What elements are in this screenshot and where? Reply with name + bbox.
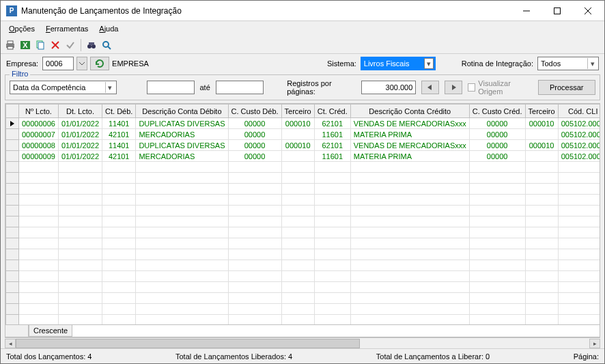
cell-n[interactable]: 00000008 (19, 140, 59, 151)
table-row[interactable]: 0000000701/01/202242101MERCADORIAS000001… (6, 129, 600, 140)
column-header[interactable]: Terceiro (525, 104, 558, 118)
cell-terc1[interactable]: 000010 (281, 140, 314, 151)
filtro-data-ate[interactable] (216, 81, 264, 94)
grid-scroll[interactable]: Nº Lcto.Dt. Lcto.Ct. Déb.Descrição Conta… (5, 104, 600, 324)
empresa-dropdown-button[interactable] (76, 57, 87, 70)
cell-ctdeb[interactable]: 11401 (102, 140, 136, 151)
cell-ctcred[interactable]: 11601 (314, 151, 350, 162)
scroll-thumb[interactable] (16, 339, 360, 348)
delete-button[interactable] (48, 38, 62, 52)
horizontal-scrollbar[interactable]: ◂ ▸ (5, 337, 600, 348)
empresa-refresh-button[interactable] (90, 57, 109, 70)
cell-terc1[interactable] (281, 151, 314, 162)
cell-ctdeb[interactable]: 42101 (102, 129, 136, 140)
search-button[interactable] (100, 38, 113, 52)
column-header[interactable]: Cód. CLI (558, 104, 600, 118)
cell-terc1[interactable]: 000010 (281, 118, 314, 129)
column-header[interactable]: Descrição Conta Débito (136, 104, 228, 118)
find-button[interactable] (85, 38, 98, 52)
row-indicator (6, 140, 19, 151)
cell-desccred[interactable]: MATERIA PRIMA (350, 151, 469, 162)
cell-cli[interactable]: 005102.0001 (558, 129, 600, 140)
column-header[interactable]: Descrição Conta Crédito (350, 104, 469, 118)
print-button[interactable] (3, 38, 17, 52)
close-button[interactable] (572, 1, 603, 20)
cell-desccred[interactable]: VENDAS DE MERCADORIASxxx (350, 140, 469, 151)
cell-cli[interactable]: 005102.0001 (558, 151, 600, 162)
column-header[interactable]: Ct. Créd. (314, 104, 350, 118)
column-header[interactable]: Ct. Déb. (102, 104, 136, 118)
cell-n[interactable]: 00000009 (19, 151, 59, 162)
confirm-button[interactable] (64, 38, 77, 52)
filtro-data-de[interactable] (147, 81, 195, 94)
cell-cccred[interactable]: 00000 (469, 151, 525, 162)
svg-line-17 (108, 46, 111, 49)
processar-button[interactable]: Processar (538, 80, 596, 95)
cell-terc2[interactable]: 000010 (525, 118, 558, 129)
cell-descdeb[interactable]: DUPLICATAS DIVERSAS (136, 118, 228, 129)
minimize-button[interactable] (511, 1, 541, 20)
table-row[interactable]: 0000000801/01/202211401DUPLICATAS DIVERS… (6, 140, 600, 151)
menu-opcoes[interactable]: Opções (3, 23, 40, 34)
scroll-right-button[interactable]: ▸ (589, 339, 600, 348)
cell-ccdeb[interactable]: 00000 (228, 140, 281, 151)
empresa-combo[interactable]: 0006 (42, 57, 74, 70)
column-header[interactable]: Dt. Lcto. (58, 104, 102, 118)
cell-dt[interactable]: 01/01/2022 (58, 118, 102, 129)
cell-terc1[interactable] (281, 129, 314, 140)
close-icon (585, 8, 591, 14)
column-header[interactable]: Nº Lcto. (19, 104, 59, 118)
cell-ctcred[interactable]: 62101 (314, 118, 350, 129)
cell-dt[interactable]: 01/01/2022 (58, 151, 102, 162)
sort-crescente-cell[interactable]: Crescente (29, 325, 72, 337)
cell-ccdeb[interactable]: 00000 (228, 151, 281, 162)
cell-ctcred[interactable]: 11601 (314, 129, 350, 140)
svg-point-16 (103, 42, 109, 47)
cell-cccred[interactable]: 00000 (469, 118, 525, 129)
cell-desccred[interactable]: MATERIA PRIMA (350, 129, 469, 140)
svg-rect-10 (38, 42, 44, 49)
cell-terc2[interactable] (525, 151, 558, 162)
scroll-left-button[interactable]: ◂ (5, 339, 16, 348)
minimize-icon (523, 8, 530, 14)
cell-dt[interactable]: 01/01/2022 (58, 129, 102, 140)
cell-ctdeb[interactable]: 11401 (102, 118, 136, 129)
sistema-combo[interactable]: Livros Fiscais ▾ (361, 57, 436, 70)
page-prev-button[interactable] (421, 81, 439, 94)
cell-cli[interactable]: 005102.0001 (558, 118, 600, 129)
export-excel-button[interactable]: X (18, 38, 32, 52)
copy-button[interactable] (33, 38, 47, 52)
cell-terc2[interactable] (525, 129, 558, 140)
cell-desccred[interactable]: VENDAS DE MERCADORIASxxx (350, 118, 469, 129)
cell-n[interactable]: 00000006 (19, 118, 59, 129)
cell-n[interactable]: 00000007 (19, 129, 59, 140)
cell-descdeb[interactable]: DUPLICATAS DIVERSAS (136, 140, 228, 151)
menu-ajuda[interactable]: Ajuda (94, 23, 124, 34)
cell-dt[interactable]: 01/01/2022 (58, 140, 102, 151)
cell-cli[interactable]: 005102.0001 (558, 140, 600, 151)
cell-cccred[interactable]: 00000 (469, 140, 525, 151)
table-row[interactable]: 0000000901/01/202242101MERCADORIAS000001… (6, 151, 600, 162)
page-next-button[interactable] (445, 81, 462, 94)
cell-ccdeb[interactable]: 00000 (228, 129, 281, 140)
cell-terc2[interactable]: 000010 (525, 140, 558, 151)
registros-input[interactable] (361, 81, 416, 94)
column-header[interactable]: C. Custo Déb. (228, 104, 281, 118)
table-row[interactable]: 0000000601/01/202211401DUPLICATAS DIVERS… (6, 118, 600, 129)
rotina-combo[interactable]: Todos ▾ (537, 57, 599, 70)
cell-ctcred[interactable]: 62101 (314, 140, 350, 151)
menu-ferramentas[interactable]: Ferramentas (40, 23, 94, 34)
filtro-tipo-combo[interactable]: Data da Competência ▾ (10, 81, 117, 94)
table-row-empty (6, 304, 600, 315)
column-header[interactable]: C. Custo Créd. (469, 104, 525, 118)
maximize-button[interactable] (541, 1, 572, 20)
scroll-track[interactable] (16, 339, 589, 348)
cell-cccred[interactable]: 00000 (469, 129, 525, 140)
column-header[interactable]: Terceiro (281, 104, 314, 118)
cell-descdeb[interactable]: MERCADORIAS (136, 151, 228, 162)
visualizar-origem-checkbox[interactable]: Visualizar Origem (468, 79, 532, 96)
cell-ccdeb[interactable]: 00000 (228, 118, 281, 129)
cell-ctdeb[interactable]: 42101 (102, 151, 136, 162)
empresa-value: 0006 (46, 59, 62, 68)
cell-descdeb[interactable]: MERCADORIAS (136, 129, 228, 140)
